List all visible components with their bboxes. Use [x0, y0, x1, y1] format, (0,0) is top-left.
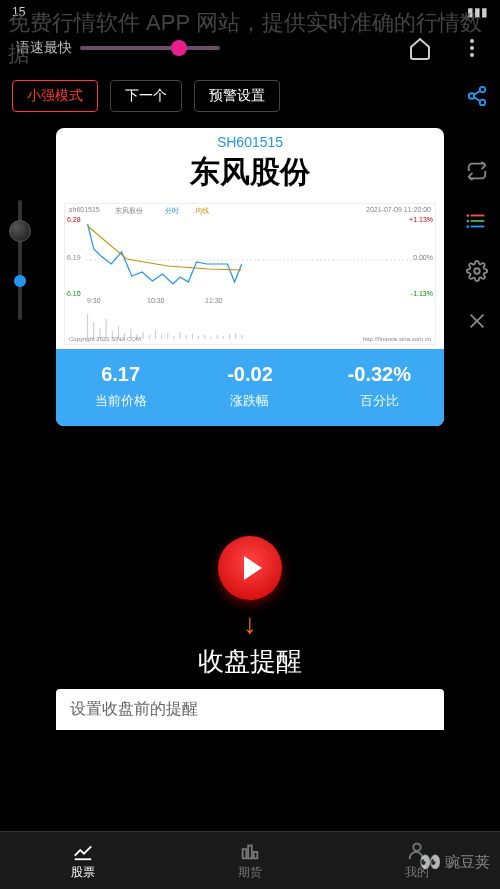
chart-copyright: Copyright 2021 SINA.COM: [69, 336, 141, 342]
stat-price-label: 当前价格: [60, 392, 181, 410]
status-bar: 15 ▮▮▮: [0, 0, 500, 24]
stat-price: 6.17 当前价格: [56, 349, 185, 426]
nav-futures-label: 期货: [238, 864, 262, 881]
stats-row: 6.17 当前价格 -0.02 涨跌幅 -0.32% 百分比: [56, 349, 444, 426]
status-time: 15: [12, 5, 25, 19]
stock-card: SH601515 东风股份 sh601515 东风股份 分时 均线 2021-0…: [56, 128, 444, 426]
svg-line-7: [474, 97, 480, 101]
bar-chart-icon: [239, 840, 261, 862]
stat-price-value: 6.17: [60, 363, 181, 386]
y-tick-r: -1.13%: [411, 290, 433, 297]
svg-point-12: [466, 220, 469, 223]
svg-rect-44: [243, 849, 247, 858]
footer-brand: 👀 豌豆荚: [419, 851, 490, 873]
stat-percent: -0.32% 百分比: [315, 349, 444, 426]
vertical-slider-thumb[interactable]: [9, 220, 31, 242]
share-icon[interactable]: [466, 85, 488, 107]
strong-mode-button[interactable]: 小强模式: [12, 80, 98, 112]
svg-point-11: [466, 214, 469, 217]
stock-ticker: SH601515: [56, 128, 444, 150]
svg-rect-45: [248, 846, 252, 859]
svg-point-5: [480, 100, 486, 106]
svg-line-6: [474, 91, 480, 95]
speed-control[interactable]: 语速最快: [16, 39, 220, 57]
list-icon[interactable]: [466, 210, 488, 232]
status-indicators: ▮▮▮: [467, 5, 488, 19]
chart-legend-diff: 分时: [165, 206, 179, 216]
y-tick: 6.28: [67, 216, 81, 223]
svg-point-47: [413, 844, 420, 851]
svg-point-1: [470, 46, 474, 50]
chart-source: http://finance.sina.com.cn: [363, 336, 431, 342]
home-icon[interactable]: [408, 36, 432, 60]
chart-svg: [65, 204, 435, 344]
play-icon: [244, 556, 262, 580]
nav-futures[interactable]: 期货: [167, 832, 334, 889]
eyes-icon: 👀: [419, 851, 441, 873]
closing-reminder-title: 收盘提醒: [0, 644, 500, 679]
alert-settings-button[interactable]: 预警设置: [194, 80, 280, 112]
footer-brand-text: 豌豆荚: [445, 853, 490, 872]
chart-line-icon: [72, 840, 94, 862]
vertical-slider-dot[interactable]: [14, 275, 26, 287]
x-tick: 10:30: [147, 297, 165, 304]
chart-datetime: 2021-07-09 11:20:00: [366, 206, 431, 213]
svg-point-2: [470, 53, 474, 57]
chart-code: sh601515: [69, 206, 100, 213]
vertical-slider[interactable]: [18, 200, 22, 320]
speed-slider-thumb[interactable]: [171, 40, 187, 56]
nav-stocks-label: 股票: [71, 864, 95, 881]
stat-percent-value: -0.32%: [319, 363, 440, 386]
gear-icon[interactable]: [466, 260, 488, 282]
stat-percent-label: 百分比: [319, 392, 440, 410]
play-section: ↓ 收盘提醒: [0, 536, 500, 679]
mode-button-row: 小强模式 下一个 预警设置: [0, 72, 500, 120]
closing-reminder-box[interactable]: 设置收盘前的提醒: [56, 689, 444, 730]
arrow-down-icon: ↓: [0, 608, 500, 640]
speed-label: 语速最快: [16, 39, 72, 57]
side-tools: [466, 160, 488, 332]
x-tick: 9:30: [87, 297, 101, 304]
svg-point-14: [474, 268, 480, 274]
stat-change-label: 涨跌幅: [189, 392, 310, 410]
close-icon[interactable]: [466, 310, 488, 332]
stat-change: -0.02 涨跌幅: [185, 349, 314, 426]
stock-name: 东风股份: [56, 150, 444, 199]
speed-slider-track[interactable]: [80, 46, 220, 50]
svg-point-0: [470, 39, 474, 43]
top-toolbar: 语速最快: [0, 24, 500, 72]
next-button[interactable]: 下一个: [110, 80, 182, 112]
y-tick-r: +1.13%: [409, 216, 433, 223]
svg-point-4: [469, 93, 475, 99]
y-tick: 6.19: [67, 254, 81, 261]
chart-legend-avg: 均线: [195, 206, 209, 216]
svg-point-3: [480, 87, 486, 93]
nav-stocks[interactable]: 股票: [0, 832, 167, 889]
x-tick: 11:30: [205, 297, 223, 304]
chart-name-label: 东风股份: [115, 206, 143, 216]
svg-point-13: [466, 225, 469, 228]
repeat-icon[interactable]: [466, 160, 488, 182]
svg-rect-46: [254, 852, 258, 858]
y-tick-r: 0.00%: [413, 254, 433, 261]
stat-change-value: -0.02: [189, 363, 310, 386]
stock-chart[interactable]: sh601515 东风股份 分时 均线 2021-07-09 11:20:00 …: [56, 199, 444, 349]
y-tick: 6.10: [67, 290, 81, 297]
play-button[interactable]: [218, 536, 282, 600]
more-vertical-icon[interactable]: [460, 36, 484, 60]
